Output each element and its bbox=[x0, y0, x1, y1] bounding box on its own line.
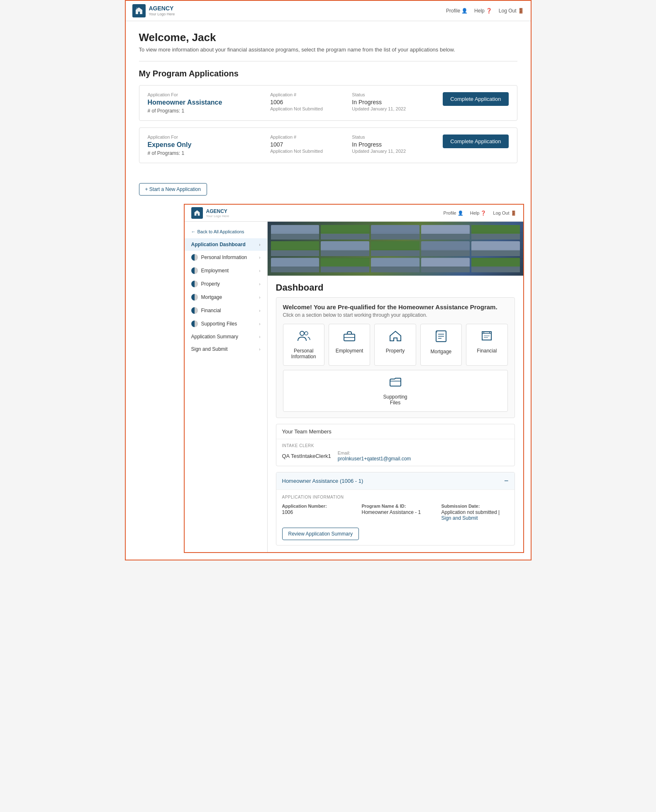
logout-link[interactable]: Log Out 🚪 bbox=[499, 8, 524, 14]
app-info-number-col: Application Number: 1006 bbox=[282, 504, 349, 521]
app-btn-col-2: Complete Application bbox=[434, 135, 509, 148]
welcome-subtitle: To view more information about your fina… bbox=[139, 46, 517, 53]
outer-page: AGENCY Your Logo Here Profile 👤 Help ❓ L… bbox=[125, 0, 532, 560]
collapse-button[interactable]: − bbox=[504, 477, 509, 485]
back-arrow-icon: ← bbox=[191, 229, 196, 234]
sidebar-employment-chevron: › bbox=[259, 269, 260, 273]
app-card-2-status: Status In Progress Updated January 11, 2… bbox=[352, 135, 434, 154]
complete-app-btn-2[interactable]: Complete Application bbox=[443, 135, 508, 148]
email-label: Email: bbox=[338, 450, 411, 455]
app-name-link-2[interactable]: Expense Only bbox=[148, 141, 271, 149]
inner-window: AGENCY Your Logo Here Profile 👤 Help ❓ L… bbox=[184, 204, 524, 553]
sidebar-personal-icon bbox=[191, 254, 198, 261]
sidebar-financial-left: Financial bbox=[191, 307, 221, 314]
inner-layout: ← Back to All Applications Application D… bbox=[185, 222, 523, 552]
complete-app-btn-1[interactable]: Complete Application bbox=[443, 92, 508, 106]
review-summary-button[interactable]: Review Application Summary bbox=[282, 528, 359, 540]
inner-help-link[interactable]: Help ❓ bbox=[470, 210, 487, 216]
app-status-1: In Progress bbox=[352, 99, 434, 105]
sidebar-financial-icon bbox=[191, 307, 198, 314]
back-to-all-link[interactable]: ← Back to All Applications bbox=[191, 229, 261, 234]
app-info-section: Homeowner Assistance (1006 - 1) − APPLIC… bbox=[276, 472, 515, 545]
sidebar-item-supporting[interactable]: Supporting Files › bbox=[185, 317, 267, 330]
section-card-employment[interactable]: Employment bbox=[329, 324, 370, 366]
app-num-label-2: Application # bbox=[270, 135, 352, 139]
inner-top-nav: AGENCY Your Logo Here Profile 👤 Help ❓ L… bbox=[185, 205, 523, 222]
sidebar-property-chevron: › bbox=[259, 282, 260, 286]
supporting-card-icon bbox=[389, 376, 402, 391]
financial-card-label: Financial bbox=[477, 348, 497, 354]
sidebar-dashboard-left: Application Dashboard bbox=[191, 242, 246, 247]
property-card-icon bbox=[389, 330, 402, 345]
prequalified-title: Welcome! You are Pre-qualified for the H… bbox=[283, 303, 508, 311]
sign-submit-link[interactable]: Sign and Submit bbox=[441, 515, 478, 521]
submission-date-value: Application not submitted | Sign and Sub… bbox=[441, 509, 509, 521]
app-programs-1: # of Programs: 1 bbox=[148, 108, 271, 114]
svg-point-1 bbox=[305, 332, 308, 335]
app-info-section-label: APPLICATION INFORMATION bbox=[282, 495, 509, 499]
sidebar-item-personal[interactable]: Personal Information › bbox=[185, 251, 267, 264]
section-card-mortgage[interactable]: Mortgage bbox=[420, 324, 462, 366]
status-label-1: Status bbox=[352, 92, 434, 97]
start-new-app-button[interactable]: + Start a New Application bbox=[139, 183, 207, 196]
sidebar-summary-chevron: › bbox=[259, 335, 260, 339]
inner-profile-link[interactable]: Profile 👤 bbox=[444, 210, 463, 216]
sidebar-sign-left: Sign and Submit bbox=[191, 346, 228, 352]
inner-logo-sub: Your Logo Here bbox=[206, 214, 229, 218]
prequalified-section: Welcome! You are Pre-qualified for the H… bbox=[276, 297, 515, 418]
prequalified-sub: Click on a section below to start workin… bbox=[283, 312, 508, 318]
app-info-program-col: Program Name & ID: Homeowner Assistance … bbox=[362, 504, 429, 521]
sidebar-item-sign[interactable]: Sign and Submit › bbox=[185, 343, 267, 355]
outer-main-content: Welcome, Jack To view more information a… bbox=[126, 21, 531, 183]
sidebar-item-property[interactable]: Property › bbox=[185, 277, 267, 291]
hero-overlay bbox=[268, 222, 523, 276]
clerk-name: QA TestIntakeClerk1 bbox=[282, 453, 331, 459]
outer-top-nav: AGENCY Your Logo Here Profile 👤 Help ❓ L… bbox=[126, 1, 531, 21]
welcome-title: Welcome, Jack bbox=[139, 31, 517, 44]
sidebar-employment-icon bbox=[191, 267, 198, 274]
profile-link[interactable]: Profile 👤 bbox=[446, 8, 468, 14]
sidebar-sign-chevron: › bbox=[259, 347, 260, 352]
property-card-label: Property bbox=[386, 348, 405, 354]
team-member: QA TestIntakeClerk1 Email: proInkuser1+q… bbox=[282, 450, 509, 462]
sidebar-item-summary[interactable]: Application Summary › bbox=[185, 330, 267, 343]
program-name-value: Homeowner Assistance - 1 bbox=[362, 509, 429, 515]
employment-card-icon bbox=[343, 330, 356, 345]
sidebar-dashboard-label: Application Dashboard bbox=[191, 242, 246, 247]
sidebar-item-mortgage[interactable]: Mortgage › bbox=[185, 291, 267, 304]
sidebar-item-financial[interactable]: Financial › bbox=[185, 304, 267, 317]
app-num-label-1: Application # bbox=[270, 92, 352, 97]
outer-logo-icon bbox=[132, 4, 146, 17]
sidebar-item-dashboard[interactable]: Application Dashboard › bbox=[185, 238, 267, 251]
mortgage-card-label: Mortgage bbox=[431, 349, 452, 355]
section-card-supporting[interactable]: SupportingFiles bbox=[283, 370, 508, 412]
inner-logout-link[interactable]: Log Out 🚪 bbox=[493, 210, 516, 216]
inner-logo-text: AGENCY bbox=[206, 208, 229, 214]
sidebar-mortgage-chevron: › bbox=[259, 295, 260, 300]
inner-logo: AGENCY Your Logo Here bbox=[191, 207, 229, 219]
app-name-link-1[interactable]: Homeowner Assistance bbox=[148, 99, 271, 106]
sidebar-item-employment[interactable]: Employment › bbox=[185, 264, 267, 277]
inner-nav-links: Profile 👤 Help ❓ Log Out 🚪 bbox=[444, 210, 517, 216]
sidebar-back: ← Back to All Applications bbox=[185, 227, 267, 238]
app-not-submitted-2: Application Not Submitted bbox=[270, 149, 352, 154]
app-updated-1: Updated January 11, 2022 bbox=[352, 106, 434, 111]
outer-nav-links: Profile 👤 Help ❓ Log Out 🚪 bbox=[446, 8, 524, 14]
app-info-submission-col: Submission Date: Application not submitt… bbox=[441, 504, 509, 521]
sidebar-sign-label: Sign and Submit bbox=[191, 346, 228, 352]
section-card-property[interactable]: Property bbox=[374, 324, 416, 366]
team-body: INTAKE CLERK QA TestIntakeClerk1 Email: … bbox=[276, 439, 515, 466]
sidebar-personal-left: Personal Information bbox=[191, 254, 247, 261]
app-card-2-info: Application For Expense Only # of Progra… bbox=[148, 135, 271, 156]
clerk-email-link[interactable]: proInkuser1+qatest1@gmail.com bbox=[338, 456, 411, 462]
section-card-financial[interactable]: Financial bbox=[466, 324, 507, 366]
app-card-1-num: Application # 1006 Application Not Submi… bbox=[270, 92, 352, 111]
personal-card-label: PersonalInformation bbox=[291, 348, 316, 360]
program-name-label: Program Name & ID: bbox=[362, 504, 429, 509]
section-card-personal[interactable]: PersonalInformation bbox=[283, 324, 324, 366]
app-number-2: 1007 bbox=[270, 141, 352, 148]
sidebar-property-left: Property bbox=[191, 281, 220, 287]
inner-main: Dashboard Welcome! You are Pre-qualified… bbox=[268, 222, 523, 552]
help-link[interactable]: Help ❓ bbox=[474, 8, 492, 14]
app-status-2: In Progress bbox=[352, 141, 434, 148]
